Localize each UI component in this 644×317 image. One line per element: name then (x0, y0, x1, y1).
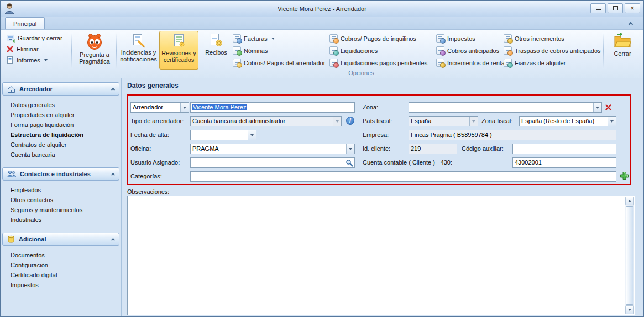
person-app-icon (4, 3, 15, 15)
fianzas-alquiler-button[interactable]: Fianzas de alquiler (504, 57, 566, 68)
restore-button[interactable] (608, 3, 623, 13)
app-window: Vicente Mora Perez - Arrendador × Princi… (0, 0, 644, 317)
sidebar-item-documentos[interactable]: Documentos (1, 250, 121, 260)
receipt-icon (208, 33, 224, 48)
chevron-down-icon (628, 309, 631, 311)
revisiones-button[interactable]: Revisiones y certificados (159, 31, 198, 70)
coins-icon (233, 59, 241, 67)
zona-fiscal-combo[interactable]: España (Resto de España) (519, 116, 616, 126)
sidebar-item-certificado[interactable]: Certificado digital (1, 270, 121, 280)
sidebar-item-industriales[interactable]: Industriales (1, 215, 121, 225)
categorias-label: Categorías: (130, 171, 162, 182)
oficina-label: Oficina: (130, 144, 151, 154)
search-icon[interactable] (345, 159, 353, 167)
empresa-label: Empresa: (363, 130, 389, 140)
liquidaciones-button[interactable]: Liquidaciones (329, 45, 378, 56)
incrementos-renta-button[interactable]: Incrementos de renta (436, 57, 505, 68)
sidebar-item-propiedades[interactable]: Propiedades en alquiler (1, 110, 121, 120)
scroll-down-button[interactable] (625, 305, 634, 314)
sidebar-item-otros-contactos[interactable]: Otros contactos (1, 195, 121, 205)
note-pencil-icon (131, 33, 146, 48)
chevron-down-icon (44, 59, 48, 61)
traspaso-cobros-button[interactable]: Traspaso de cobros anticipados (504, 45, 601, 56)
chevron-down-icon[interactable] (593, 103, 601, 112)
arrendador-selector-combo[interactable]: Arrendador (130, 102, 189, 113)
otros-incrementos-button[interactable]: Otros incrementos (504, 33, 564, 44)
close-button[interactable]: × (625, 3, 640, 13)
fecha-alta-combo[interactable] (190, 130, 256, 140)
sidebar-section-contactos[interactable]: Contactos e industriales (2, 167, 119, 181)
otros-incrementos-icon (504, 34, 512, 43)
sidebar-item-estructura[interactable]: Estructura de liquidación (1, 130, 121, 140)
sidebar-item-cuenta-bancaria[interactable]: Cuenta bancaria (1, 150, 121, 160)
pais-fiscal-label: País fiscal: (363, 116, 392, 126)
chevron-down-icon[interactable] (248, 130, 256, 140)
cobros-pagos-arrendador-button[interactable]: Cobros/ Pagos del arrendador (233, 57, 325, 68)
cobros-anticipados-button[interactable]: Cobros anticipados (436, 45, 499, 56)
chevron-down-icon (469, 117, 478, 126)
usuario-asignado-field[interactable] (190, 157, 355, 168)
sidebar-item-empleados[interactable]: Empleados (1, 185, 121, 195)
nombre-field[interactable]: Vicente Mora Perez (190, 102, 355, 113)
pregunta-pragmatica-button[interactable]: Pregunta a Pragmática (74, 31, 115, 70)
content-area: Datos generales Arrendador Vicente Mora … (122, 78, 643, 316)
sidebar-item-forma-pago[interactable]: Forma pago liquidación (1, 120, 121, 130)
codigo-auxiliar-field[interactable] (512, 144, 616, 154)
categorias-field[interactable] (190, 171, 616, 182)
ribbon-collapse-button[interactable] (626, 19, 636, 28)
ribbon: Guardar y cerrar Eliminar Informes Pregu… (1, 30, 643, 78)
save-icon (6, 34, 15, 43)
sidebar-item-datos-generales[interactable]: Datos generales (1, 100, 121, 110)
tab-principal[interactable]: Principal (5, 17, 45, 29)
observaciones-textarea[interactable] (127, 196, 635, 315)
liquidaciones-pendientes-button[interactable]: Liquidaciones pagos pendientes (329, 57, 427, 68)
incidencias-button[interactable]: Incidencias y notificaciones (119, 31, 158, 70)
sidebar-item-configuracion[interactable]: Configuración (1, 260, 121, 270)
separator (200, 33, 200, 68)
zona-combo[interactable] (409, 102, 602, 113)
title-bar: Vicente Mora Perez - Arrendador × (1, 1, 643, 17)
id-cliente-field: 219 (409, 144, 457, 154)
sidebar-item-seguros[interactable]: Seguros y mantenimientos (1, 205, 121, 215)
cobros-pagos-inquilinos-button[interactable]: Cobros/ Pagos de inquilinos (329, 33, 416, 44)
facturas-button[interactable]: Facturas (233, 33, 275, 44)
chevron-up-icon (628, 200, 631, 202)
pais-fiscal-combo[interactable]: España (409, 116, 478, 126)
fianzas-icon (504, 59, 512, 67)
liquidaciones-pendientes-icon (329, 59, 338, 67)
ribbon-tab-row: Principal (1, 17, 643, 30)
delete-button[interactable]: Eliminar (4, 44, 41, 54)
database-icon (7, 235, 15, 244)
cobros-anticipados-icon (436, 46, 444, 55)
chevron-down-icon (271, 38, 275, 40)
clear-zona-button[interactable] (604, 103, 612, 112)
chevron-down-icon[interactable] (346, 144, 354, 154)
scrollbar-thumb[interactable] (626, 206, 633, 305)
nominas-button[interactable]: Nóminas (233, 45, 268, 56)
add-categoria-button[interactable] (619, 171, 630, 181)
incrementos-renta-icon (436, 59, 444, 67)
info-icon[interactable]: i (346, 117, 354, 125)
sidebar-item-contratos[interactable]: Contratos de alquiler (1, 140, 121, 150)
recibos-button[interactable]: Recibos (202, 31, 231, 70)
minimize-button[interactable] (590, 3, 606, 13)
sidebar-item-impuestos[interactable]: Impuestos (1, 280, 121, 290)
tipo-arrendador-combo[interactable]: Cuenta bancaria del administrador (190, 116, 342, 126)
cerrar-button[interactable]: Cerrar (608, 31, 637, 70)
chevron-down-icon[interactable] (608, 117, 616, 126)
divider (122, 93, 643, 93)
vertical-scrollbar[interactable] (625, 197, 634, 314)
sidebar-section-adicional[interactable]: Adicional (2, 233, 119, 246)
reports-button[interactable]: Informes (4, 55, 50, 65)
certificate-icon (171, 33, 187, 49)
zona-fiscal-label: Zona fiscal: (481, 116, 512, 126)
delete-icon (6, 45, 14, 53)
impuestos-button[interactable]: Impuestos (436, 33, 475, 44)
sidebar-section-arrendador[interactable]: Arrendador (2, 82, 119, 96)
cuenta-contable-field[interactable]: 43002001 (512, 157, 616, 168)
facturas-icon (233, 34, 241, 43)
chevron-down-icon[interactable] (180, 103, 189, 112)
oficina-combo[interactable]: PRAGMA (190, 144, 355, 154)
scroll-up-button[interactable] (625, 197, 634, 205)
save-close-button[interactable]: Guardar y cerrar (4, 33, 65, 43)
